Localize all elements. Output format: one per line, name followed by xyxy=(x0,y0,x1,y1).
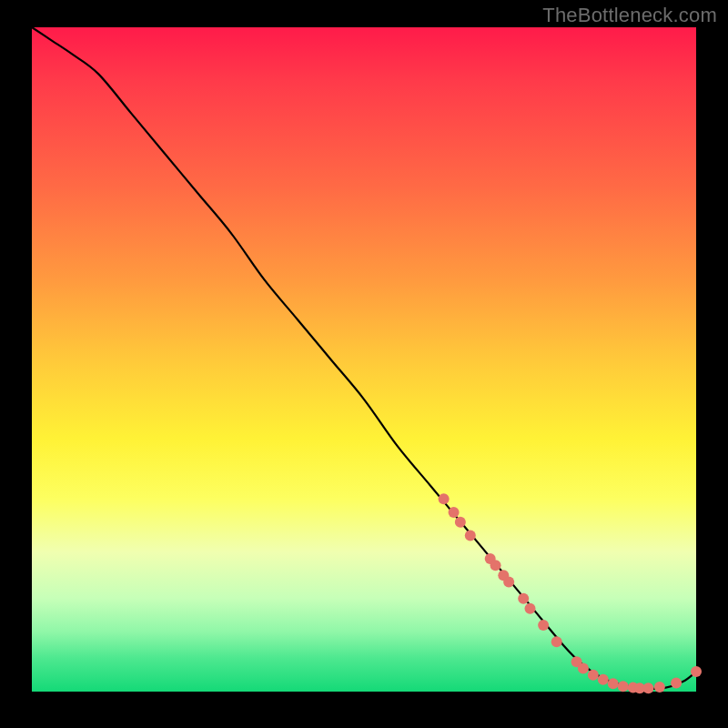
plot-area xyxy=(32,27,696,692)
data-point xyxy=(439,493,450,504)
data-point xyxy=(538,620,549,631)
chart-svg xyxy=(32,27,696,692)
data-point xyxy=(598,674,609,685)
data-point xyxy=(490,560,501,571)
series-curve xyxy=(32,27,696,689)
watermark-text: TheBottleneck.com xyxy=(542,4,717,27)
data-point xyxy=(691,666,702,677)
data-point xyxy=(588,670,599,681)
marker-group xyxy=(439,493,702,693)
data-point xyxy=(551,636,562,647)
chart-frame: TheBottleneck.com xyxy=(0,0,728,728)
data-point xyxy=(518,593,529,604)
data-point xyxy=(503,577,514,588)
data-point xyxy=(642,682,653,693)
data-point xyxy=(654,682,665,693)
data-point xyxy=(618,681,629,692)
data-point xyxy=(525,603,536,614)
data-point xyxy=(608,678,619,689)
data-point xyxy=(449,507,460,518)
data-point xyxy=(455,517,466,528)
data-point xyxy=(578,662,589,673)
data-point xyxy=(671,678,682,689)
data-point xyxy=(465,530,476,541)
